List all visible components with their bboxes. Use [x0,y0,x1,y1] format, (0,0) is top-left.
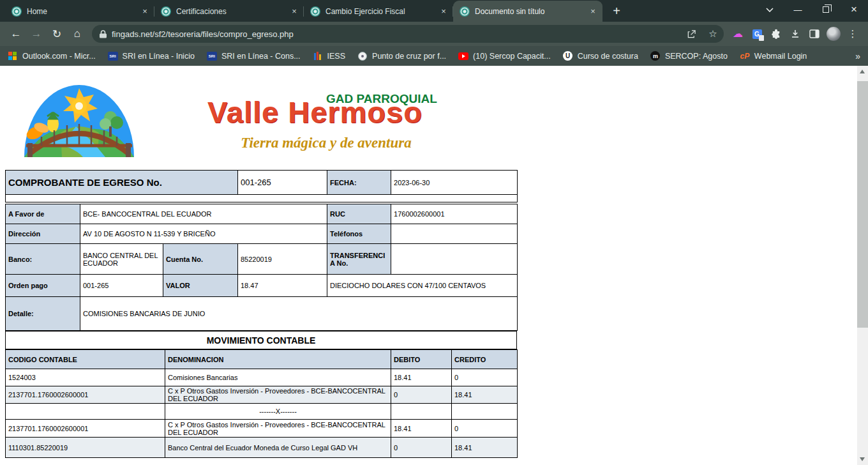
bookmark-curso-costura[interactable]: U Curso de costura [563,51,638,61]
movimiento-title-table: MOVIMIENTO CONTABLE [5,331,517,349]
voucher-info-table: A Favor de BCE- BANCOCENTRAL DEL ECUADOR… [5,204,518,331]
site-favicon-icon [161,6,171,17]
tab-label: Cambio Ejercicio Fiscal [326,7,433,16]
col-header-credito: CREDITO [452,350,518,369]
tab-close-icon[interactable]: × [438,6,449,17]
cell-codigo [6,404,165,420]
tab-documento-sin-titulo[interactable]: Documento sin título × [453,1,602,22]
cell-denominacion: -------X------- [165,404,391,420]
detalle-label: Detalle: [6,297,80,331]
table-row: 2137701.1760002600001 C x P Otros Gastos… [6,420,518,438]
site-favicon-icon [11,6,22,17]
col-header-denominacion: DENOMINACION [165,350,391,369]
side-panel-icon[interactable] [805,25,823,43]
microsoft-logo-icon [8,51,18,61]
bookmark-sri-inicio[interactable]: SRI SRI en Línea - Inicio [108,51,195,61]
banco-value: BANCO CENTRAL DEL ECUADOR [80,244,163,275]
site-favicon-icon [460,6,470,17]
gray-circle-icon [357,51,368,61]
share-icon[interactable] [683,26,700,42]
scrollbar-down-arrow-icon[interactable] [860,457,865,461]
table-row: 1110301.85220019 Banco Central del Ecuad… [6,438,518,458]
tab-search-chevron-icon[interactable] [756,0,784,19]
udemy-logo-icon: U [563,51,573,61]
new-tab-button[interactable]: + [608,2,625,20]
cell-codigo: 2137701.1760002600001 [6,420,165,438]
downloads-icon[interactable] [786,25,804,43]
col-header-codigo: CODIGO CONTABLE [6,350,165,369]
tab-home[interactable]: Home × [5,1,154,22]
bookmark-star-icon[interactable]: ☆ [705,26,721,42]
telefonos-label: Teléfonos [327,224,391,244]
cell-denominacion: C x P Otros Gastos Inversión - Proveedor… [165,386,391,404]
tab-close-icon[interactable]: × [139,6,151,17]
avatar-image [827,27,841,41]
sri-logo-icon: SRI [207,51,217,61]
cuenta-value: 85220019 [238,244,327,275]
page-content: GAD PARROQUIAL Valle Hermoso Tierra mági… [0,66,868,465]
close-window-button[interactable]: × [840,0,868,19]
tab-strip: Home × Certificaciones × Cambio Ejercici… [0,0,868,22]
transferencia-value [391,244,518,275]
ruc-value: 1760002600001 [391,204,518,224]
table-row: 2137701.1760002600001 C x P Otros Gastos… [6,386,518,404]
valle-hermoso-emblem-logo [22,82,136,157]
youtube-logo-icon [458,51,468,61]
bookmark-outlook[interactable]: Outlook.com - Micr... [8,51,96,61]
window-controls: — × [756,0,868,19]
cell-codigo: 1524003 [6,369,165,386]
bookmark-webmail[interactable]: cP Webmail Login [740,51,807,61]
cell-credito [452,404,518,420]
browser-menu-icon[interactable]: ⋮ [844,25,862,43]
home-button[interactable]: ⌂ [68,24,87,43]
minimize-button[interactable]: — [784,0,812,19]
table-row: 1524003 Comisiones Bancarias 18.41 0 [6,369,518,386]
translate-icon[interactable]: G [748,25,766,43]
tab-close-icon[interactable]: × [288,6,300,17]
scrollbar-thumb[interactable] [857,81,868,328]
tab-cambio-ejercicio-fiscal[interactable]: Cambio Ejercicio Fiscal × [304,1,453,22]
bookmark-sercop-agosto[interactable]: m SERCOP: Agosto [650,51,728,61]
profile-avatar[interactable] [825,25,842,43]
movimiento-table: CODIGO CONTABLE DENOMINACION DEBITO CRED… [5,349,518,458]
address-bar[interactable]: fingads.net/sf2/tesoreria/files/compro_e… [92,25,724,43]
bookmark-sercop-youtube[interactable]: (10) Sercop Capacit... [458,51,551,61]
tab-certificaciones[interactable]: Certificaciones × [154,1,304,22]
a-favor-label: A Favor de [6,204,80,224]
telefonos-value [391,224,518,244]
voucher-number: 001-265 [238,171,327,195]
cuenta-label: Cuenta No. [163,244,238,275]
cell-debito: 18.41 [391,369,452,386]
table-separator-row: -------X------- [6,404,518,420]
valor-texto: DIECIOCHO DOLARES CON 47/100 CENTAVOS [327,275,518,297]
bookmarks-bar: Outlook.com - Micr... SRI SRI en Línea -… [0,46,868,66]
header-logo-row: GAD PARROQUIAL Valle Hermoso Tierra mági… [22,82,868,157]
bookmark-punto-de-cruz[interactable]: Punto de cruz por f... [357,51,446,61]
banco-label: Banco: [6,244,80,275]
sri-logo-icon: SRI [108,51,118,61]
scrollbar-up-arrow-icon[interactable] [860,70,865,73]
spacer-row [6,195,518,202]
reload-button[interactable]: ↻ [47,24,66,43]
cloud-extension-icon[interactable]: ☁ [729,25,747,43]
fecha-label: FECHA: [327,171,391,195]
forward-button[interactable]: → [27,24,46,43]
iess-logo-icon [313,51,323,61]
extensions-puzzle-icon[interactable] [767,25,785,43]
direccion-value: AV 10 DE AGOSTO N 11-539 Y BRICEÑO [80,224,327,244]
restore-button[interactable] [812,0,840,19]
bookmark-iess[interactable]: IESS [313,51,346,61]
bookmarks-overflow-chevron[interactable]: » [855,51,860,61]
direccion-label: Dirección [6,224,80,244]
brand-tagline: Tierra mágica y de aventura [207,135,445,151]
col-header-debito: DEBITO [391,350,452,369]
tab-label: Documento sin título [475,7,582,16]
bookmark-sri-consultas[interactable]: SRI SRI en Línea - Cons... [207,51,301,61]
cell-denominacion: Comisiones Bancarias [165,369,391,386]
back-button[interactable]: ← [6,24,26,43]
url-text[interactable]: fingads.net/sf2/tesoreria/files/compro_e… [112,29,678,39]
sercop-logo-icon: m [650,51,661,61]
tab-close-icon[interactable]: × [587,6,599,17]
page-scrollbar[interactable] [857,66,868,465]
fecha-value: 2023-06-30 [391,171,518,195]
